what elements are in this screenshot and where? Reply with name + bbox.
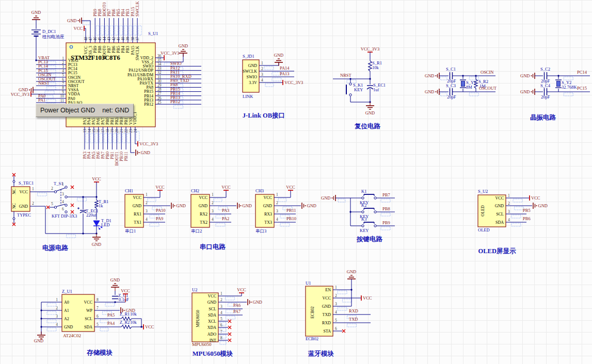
net-label[interactable]: PA4 <box>107 321 115 326</box>
power-label[interactable]: VCC_3V3 <box>161 51 179 56</box>
power-label[interactable]: VCC_3V3 <box>11 92 29 97</box>
designator[interactable]: K3 <box>361 217 366 222</box>
gnd-label[interactable]: GND <box>425 73 434 78</box>
power-flag[interactable]: VCC <box>143 324 154 329</box>
power-label[interactable]: VCC <box>145 324 154 329</box>
crystal-body[interactable] <box>557 81 561 87</box>
jlink-module[interactable]: S_JD1LINKGND1GNDSWCLK2PA14SWIO3PA133.3V4… <box>243 53 303 119</box>
net-label[interactable]: PA1 <box>38 97 45 103</box>
power-flag[interactable]: VCC <box>74 26 84 31</box>
power-label[interactable]: VCC <box>237 287 246 292</box>
net-label[interactable]: TXD <box>349 317 358 322</box>
net-label[interactable]: PB10 <box>286 216 296 221</box>
power-label[interactable]: VCC <box>531 195 540 201</box>
net-label[interactable]: PA6 <box>233 303 241 308</box>
led[interactable]: T_D1LED <box>93 218 111 229</box>
designator[interactable]: K2 <box>361 203 366 208</box>
power-flag[interactable]: VCC_3V3 <box>361 46 379 53</box>
gnd-symbol[interactable]: GND <box>248 299 262 305</box>
gnd-symbol[interactable]: GND <box>520 73 535 79</box>
gnd-symbol[interactable] <box>37 332 45 339</box>
serial-port-CH3[interactable]: CH3串口3VCC1VCCGND2GNDRX33PB11TX34PB10 <box>255 185 316 234</box>
net-label[interactable]: PB7 <box>382 192 390 197</box>
gnd-symbol[interactable]: GND <box>274 53 283 66</box>
gnd-symbol[interactable]: GND <box>110 277 120 291</box>
gnd-symbol[interactable]: GND <box>136 150 150 156</box>
net-label[interactable]: PB8 <box>382 206 390 211</box>
net-label[interactable]: PA2 <box>222 216 229 221</box>
key-circuit[interactable]: GNDK1KEYPB7K2KEYPB8K3KEYPB9按键电路 <box>321 189 395 243</box>
gnd-symbol[interactable]: GND <box>425 73 439 79</box>
net-label[interactable]: PB11 <box>123 152 129 161</box>
power-flag[interactable]: VCC <box>286 185 295 191</box>
power-label[interactable]: VCC <box>121 288 130 293</box>
net-label[interactable]: NRST <box>340 73 352 78</box>
net-label[interactable]: PA7 <box>233 309 241 314</box>
gnd-symbol[interactable]: GND <box>365 102 375 115</box>
power-label[interactable]: VCC <box>363 295 372 301</box>
designator[interactable]: K1 <box>361 189 366 194</box>
gnd-label[interactable]: GND <box>307 203 316 208</box>
mpu6050-module[interactable]: U2MPU6050MPU6050VCC1VCCGND2GNDSCL3PA6SDA… <box>192 287 262 358</box>
net-label[interactable]: PA10 <box>156 208 166 213</box>
key-button[interactable]: S_K1KEY <box>346 79 363 102</box>
gnd-label[interactable]: GND <box>34 338 43 343</box>
gnd-label[interactable]: GND <box>365 110 375 115</box>
gnd-label[interactable]: GND <box>520 73 530 78</box>
mcu-designator[interactable]: S_U1 <box>148 31 158 36</box>
gnd-label[interactable]: GND <box>110 277 120 283</box>
power-flag[interactable]: VCC <box>530 195 540 201</box>
power-label[interactable]: VCC_3V3 <box>361 46 379 52</box>
gnd-label[interactable]: GND <box>321 195 330 201</box>
power-label[interactable]: VCC <box>92 176 101 181</box>
power-flag[interactable]: VCC_3V3 <box>138 141 158 146</box>
power-flag[interactable]: VCC <box>221 185 231 191</box>
storage-module[interactable]: Z_U1AT24C02A01A12A23GND4GNDVCC8WP7SCL6SD… <box>34 277 154 356</box>
slide-switch[interactable]: T_S1KFT DIP-3X3123456 <box>46 181 77 219</box>
net-label[interactable]: OSCOUT <box>479 86 497 91</box>
gnd-symbol[interactable]: GND <box>67 18 82 24</box>
gnd-label[interactable]: GND <box>141 150 150 155</box>
power-flag[interactable]: VCC_3V3 <box>283 80 303 85</box>
crystal-circuit[interactable]: GNDS_C120pFOSCINS_Y18MS_R21MGNDS_C320pFO… <box>425 67 590 121</box>
power-label[interactable]: VCC_3V3 <box>284 80 303 85</box>
power-label[interactable]: VCC_3V3 <box>139 141 158 146</box>
designator[interactable]: CH3 <box>255 188 264 193</box>
reset-circuit[interactable]: VCC_3V3S_R110kNRSTS_K1KEYS_EC11ufGND复位电路 <box>333 46 386 130</box>
gnd-label[interactable]: GND <box>67 18 76 23</box>
power-flag[interactable]: VCC_3V3 <box>161 51 179 60</box>
power-flag[interactable]: VCC <box>121 288 130 294</box>
mcu[interactable]: S_U1STM32F103C8T6VBAT1VBATPC132PC13PC143… <box>11 1 201 166</box>
net-label[interactable]: PA14 <box>280 65 290 71</box>
battery-designator[interactable]: D_DC1 <box>42 29 56 34</box>
gnd-label[interactable]: GND <box>253 300 262 305</box>
net-label[interactable]: PA5 <box>107 312 115 318</box>
gnd-label[interactable]: GND <box>538 203 548 208</box>
power-flag[interactable]: VCC <box>361 295 372 301</box>
gnd-label[interactable]: GND <box>179 43 188 48</box>
net-label[interactable]: PC14 <box>577 70 587 75</box>
designator[interactable]: S_U2 <box>478 189 488 194</box>
serial-port-CH1[interactable]: CH1串口1VCC1VCCGND2GNDRX13PA10TX14PA9 <box>125 185 186 234</box>
power-circuit[interactable]: S_TEC1TYPECVCCGNDNCNC12T_S1KFT DIP-3X312… <box>11 173 111 252</box>
net-label[interactable]: PC15 <box>577 86 587 91</box>
net-label[interactable]: PA9 <box>156 216 163 221</box>
power-label[interactable]: VCC <box>74 26 83 31</box>
power-flag[interactable]: VCC <box>155 185 165 191</box>
serial-ports[interactable]: CH1串口1VCC1VCCGND2GNDRX13PA10TX14PA9CH2串口… <box>125 185 316 251</box>
gnd-symbol[interactable]: GND <box>92 234 101 247</box>
power-label[interactable]: VCC <box>155 185 165 190</box>
serial-port-CH2[interactable]: CH2串口2VCC1VCCGND2GNDRX23PA3TX24PA2 <box>191 185 252 234</box>
key-K3[interactable]: K3KEYPB9 <box>350 217 395 233</box>
designator[interactable]: CH1 <box>125 188 133 193</box>
designator[interactable]: S_JD1 <box>243 54 254 59</box>
gnd-symbol[interactable]: GND <box>520 89 535 95</box>
gnd-symbol[interactable]: GND <box>533 203 548 209</box>
gnd-symbol[interactable]: GND <box>171 203 186 209</box>
net-label[interactable]: SWCLK <box>135 1 140 16</box>
key-K1[interactable]: K1KEYPB7 <box>350 189 395 205</box>
power-flag[interactable]: VCC <box>92 176 101 183</box>
designator[interactable]: Z_U1 <box>62 289 72 294</box>
net-label[interactable]: NRST <box>38 80 50 86</box>
gnd-label[interactable]: GND <box>92 242 101 247</box>
